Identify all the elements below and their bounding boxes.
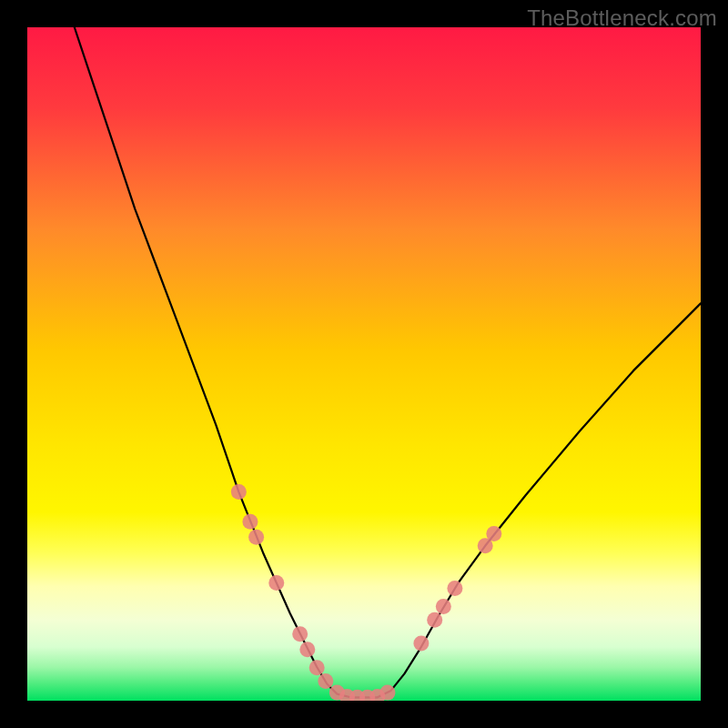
chart-frame: TheBottleneck.com bbox=[0, 0, 728, 728]
data-marker bbox=[309, 660, 325, 675]
data-marker bbox=[231, 484, 247, 500]
bottleneck-chart bbox=[27, 27, 701, 701]
watermark-text: TheBottleneck.com bbox=[527, 5, 717, 31]
data-marker bbox=[427, 612, 442, 628]
data-marker bbox=[248, 530, 264, 545]
data-marker bbox=[318, 673, 333, 689]
data-marker bbox=[413, 636, 429, 652]
data-marker bbox=[379, 685, 395, 701]
data-marker bbox=[299, 642, 315, 657]
data-marker bbox=[447, 581, 462, 596]
data-marker bbox=[242, 514, 258, 530]
data-marker bbox=[436, 599, 451, 614]
gradient-background bbox=[27, 27, 701, 701]
data-marker bbox=[486, 526, 501, 541]
data-marker bbox=[292, 626, 308, 642]
data-marker bbox=[268, 575, 284, 591]
